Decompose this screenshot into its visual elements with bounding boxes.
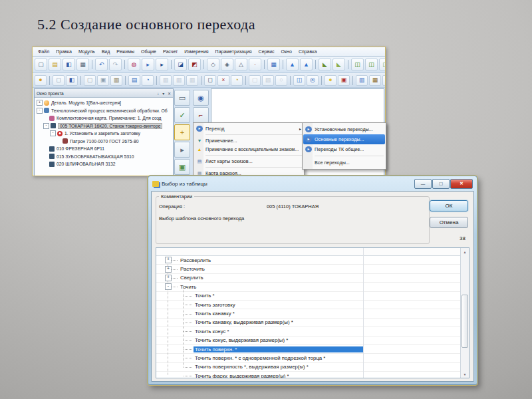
menubar-item[interactable]: Модуль [75, 49, 98, 54]
doc-pale-icon[interactable]: ▢ [249, 75, 261, 86]
apply-all-icon[interactable]: ▸ [156, 59, 168, 70]
hand-icon[interactable]: ◔ [231, 75, 243, 86]
delete-icon[interactable]: × [217, 75, 229, 86]
search-icon[interactable]: ◎ [307, 75, 319, 86]
menubar-item[interactable]: Вид [98, 49, 114, 54]
fragment-icon[interactable]: ▣ [174, 159, 190, 175]
dialog-list-row[interactable]: Точить конус * [156, 327, 469, 336]
cancel-button[interactable]: Отмена [430, 217, 468, 228]
dialog-list-row[interactable]: Точить * [156, 292, 469, 301]
open-folder-icon[interactable]: ▤ [49, 59, 61, 70]
context-menu-item[interactable]: ▼Примечание... [194, 136, 303, 145]
menubar-item[interactable]: Справка [295, 49, 320, 54]
save-icon[interactable]: ◧ [63, 59, 75, 70]
list-check-icon[interactable]: ▥ [173, 75, 185, 86]
measure-icon[interactable]: △ [235, 59, 247, 70]
table-grid-icon[interactable]: ▦ [267, 59, 280, 70]
dialog-list-row[interactable]: -Точить [156, 283, 469, 291]
context-menu-item[interactable]: ▲Примечание с восклицательным знаком... [194, 145, 303, 154]
doc-check-icon[interactable]: ▣ [97, 75, 109, 86]
model-3d-icon[interactable]: ◇ [207, 59, 219, 70]
redo-icon[interactable]: ↷ [109, 59, 122, 70]
dialog-list-row[interactable]: Точить заготовку [156, 301, 469, 309]
dialog-list-row[interactable]: Точить поверхность *, выдерживая размер(… [156, 363, 469, 372]
calculator-icon[interactable]: ▦ [369, 75, 381, 86]
expand-toggle-icon[interactable]: + [37, 100, 43, 106]
expand-toggle-icon[interactable]: + [165, 275, 172, 281]
transition-check-icon[interactable]: ✓ [174, 107, 190, 123]
submenu-item[interactable]: ▸Основные переходы... [303, 134, 385, 144]
doc-red-icon[interactable]: ▣ [338, 75, 350, 86]
extract-db-icon[interactable]: ◍ [128, 59, 140, 70]
menubar-item[interactable]: Параметризация [212, 49, 255, 54]
minimize-button[interactable]: — [414, 179, 432, 189]
submenu-item[interactable]: ▸Переходы ТК общие... [303, 144, 385, 154]
submenu-item[interactable]: Все переходы... [303, 158, 385, 168]
maximize-button[interactable]: ▢ [432, 179, 450, 189]
minus-circle-icon[interactable]: ◎ [382, 75, 386, 86]
figure-save-icon[interactable]: ◧ [66, 75, 78, 86]
context-menu-item[interactable]: ▤Лист карты эскизов... [194, 157, 303, 166]
key-icon[interactable]: ● [35, 75, 47, 86]
transition-edit-icon[interactable]: ▸ [174, 142, 190, 158]
export-blue-icon[interactable]: ▲ [300, 59, 313, 70]
dialog-list-row[interactable]: Точить поверхн. * [156, 345, 469, 354]
menubar-item[interactable]: Общие [138, 49, 160, 54]
menubar-item[interactable]: Файл [35, 49, 53, 54]
dialog-list-row[interactable]: Точить поверхн. * с одновременной подрез… [156, 354, 469, 362]
tree-item[interactable]: Патрон 7100-0070 ГОСТ 2675-80 [35, 138, 173, 146]
menubar-item[interactable]: Правка [53, 49, 75, 54]
windows-pair-icon[interactable]: ◫ [293, 75, 305, 86]
key-small-icon[interactable]: ● [325, 75, 336, 86]
template-pale-icon[interactable]: ▧ [262, 75, 274, 86]
tool-add-icon[interactable]: ◣ [319, 59, 331, 70]
point-icon[interactable]: · [249, 59, 261, 70]
refresh-icon[interactable]: ◔ [142, 75, 154, 86]
layers-icon[interactable]: ◫ [351, 59, 364, 70]
save-to-db-icon[interactable]: ◪ [174, 59, 187, 70]
vertical-scrollbar[interactable]: ▲ ▼ [460, 248, 469, 378]
dialog-list-row[interactable]: +Сверлить [156, 274, 469, 283]
expand-toggle-icon[interactable]: + [165, 257, 172, 263]
list-view-icon[interactable]: ▥ [160, 75, 172, 86]
new-document-icon[interactable]: ▢ [35, 59, 47, 70]
scroll-down-icon[interactable]: ▼ [461, 370, 469, 378]
archive-icon[interactable]: ▥ [110, 75, 122, 86]
tree-item[interactable]: 010 ФРЕЗЕРНАЯ 6Р11 [35, 145, 173, 153]
menubar-item[interactable]: Расчет [160, 49, 181, 54]
menubar-item[interactable]: Сервис [255, 49, 278, 54]
tree-item[interactable]: -Технологический процесс механической об… [35, 107, 173, 115]
menubar-item[interactable]: Режимы [113, 49, 138, 54]
dialog-list-row[interactable]: Точить канавку * [156, 309, 469, 318]
menubar-item[interactable]: Окно [278, 49, 295, 54]
dialog-titlebar[interactable]: Выбор из таблицы — ▢ ✕ [148, 176, 477, 191]
ok-button[interactable]: ОК [430, 200, 468, 211]
transition-add-icon[interactable]: + [174, 124, 190, 140]
submenu-item[interactable]: ▸Установочные переходы... [303, 124, 385, 134]
list-edit-icon[interactable]: ▥ [186, 75, 198, 86]
doc-new-icon[interactable]: ▢ [84, 75, 96, 86]
dialog-list-row[interactable]: Точить фаску, выдерживая размер(ы) * [156, 372, 469, 378]
expand-toggle-icon[interactable]: - [165, 283, 172, 290]
tree-item[interactable]: -005 ТОКАРНАЯ 16К20, Станок токарно-винт… [35, 122, 173, 130]
apply-icon[interactable]: ▸ [142, 59, 154, 70]
expand-toggle-icon[interactable]: - [37, 108, 43, 114]
clock-pale-icon[interactable]: ○ [275, 75, 287, 86]
import-blue-icon[interactable]: ▲ [286, 59, 299, 70]
sort-icon[interactable]: ▤ [128, 75, 140, 86]
close-button[interactable]: ✕ [450, 179, 473, 189]
dialog-list-row[interactable]: +Расточить [156, 265, 469, 273]
scrollbar-thumb[interactable] [462, 295, 468, 348]
chart-icon[interactable]: ▥ [356, 75, 368, 86]
dialog-list-row[interactable]: Точить конус, выдерживая размер(ы) * [156, 336, 469, 345]
print-icon[interactable]: ▦ [76, 59, 89, 70]
expand-toggle-icon[interactable]: - [43, 123, 49, 129]
corner-flag-icon[interactable]: ⌐ [193, 107, 209, 123]
tree-item[interactable]: +Деталь. Модуль 1[Вал-шестерня] [35, 99, 173, 107]
dialog-list-row[interactable]: Точить канавку, выдерживая размер(ы) * [156, 319, 469, 327]
layers-add-icon[interactable]: ◫ [365, 59, 378, 70]
tree-item[interactable]: 020 ШЛИФОВАЛЬНАЯ 3132 [35, 160, 173, 168]
menubar-item[interactable]: Измерения [181, 49, 211, 54]
context-menu-item[interactable]: ▸Переход▸ [194, 124, 303, 133]
sketch-rect-icon[interactable]: ▭ [174, 90, 190, 106]
